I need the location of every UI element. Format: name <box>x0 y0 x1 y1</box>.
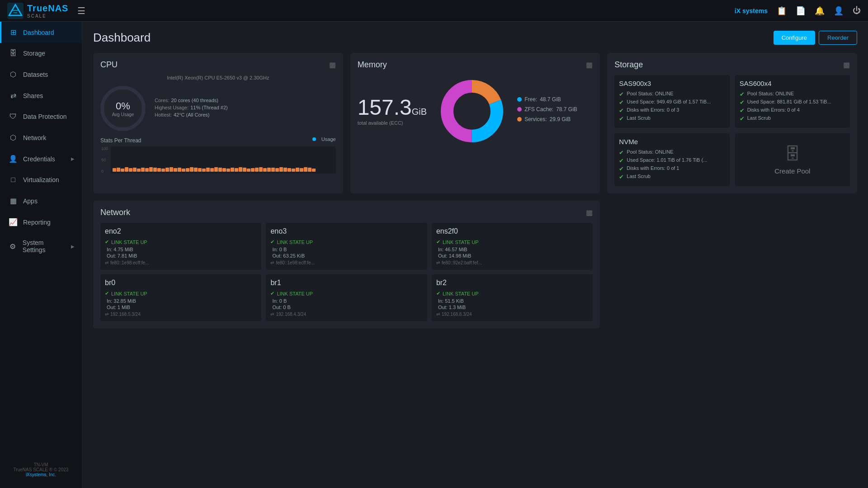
sidebar-label-virtualization: Virtualization <box>23 176 59 183</box>
sidebar-label-apps: Apps <box>23 197 38 205</box>
network-interface-item: br0 ✔ LINK STATE UP In: 32.85 MiB Out: 1… <box>100 274 261 321</box>
net-out: Out: 0 B <box>270 305 422 310</box>
network-interface-item: eno3 ✔ LINK STATE UP In: 0 B Out: 63.25 … <box>266 223 427 270</box>
page-header: Dashboard Configure Reorder <box>93 31 857 45</box>
sidebar-item-shares[interactable]: ⇄ Shares <box>0 85 82 106</box>
cpu-bar <box>271 168 275 172</box>
bell-icon[interactable]: 🔔 <box>815 6 825 16</box>
pool-nvme-scrub: ✔ Last Scrub <box>619 174 725 180</box>
reorder-button[interactable]: Reorder <box>819 31 857 45</box>
net-out: Out: 1 MiB <box>105 305 257 310</box>
sidebar-item-reporting[interactable]: 📈 Reporting <box>0 211 82 233</box>
memory-title: Memory <box>358 60 387 70</box>
sidebar-label-datasets: Datasets <box>23 71 48 78</box>
cpu-bar <box>182 169 185 172</box>
net-link-status: ✔ LINK STATE UP <box>105 239 257 245</box>
network-interface-item: br1 ✔ LINK STATE UP In: 0 B Out: 0 B ⇄ 1… <box>266 274 427 321</box>
power-icon[interactable]: ⏻ <box>853 6 861 15</box>
net-in: In: 51.5 KiB <box>436 298 588 304</box>
net-link-status: ✔ LINK STATE UP <box>105 291 257 296</box>
addr-icon: ⇄ <box>270 312 274 317</box>
cpu-chart-icon[interactable]: ▦ <box>329 61 336 69</box>
dashboard-grid: CPU ▦ Intel(R) Xeon(R) CPU E5-2650 v3 @ … <box>93 53 857 328</box>
cpu-cores-value: 20 cores (40 threads) <box>171 98 218 103</box>
scrub-ok-icon-2: ✔ <box>740 115 745 122</box>
sidebar-item-system-settings[interactable]: ⚙ System Settings ▶ <box>0 233 82 260</box>
cpu-bar <box>255 168 259 172</box>
net-iface-name: br1 <box>270 279 422 287</box>
network-chart-icon[interactable]: ▦ <box>586 208 593 217</box>
net-link-status: ✔ LINK STATE UP <box>436 239 588 245</box>
cpu-bar <box>300 168 303 172</box>
link-status-label: LINK STATE UP <box>111 291 147 296</box>
network-title: Network <box>100 208 130 217</box>
cpu-bar <box>210 168 214 172</box>
sidebar-item-virtualization[interactable]: □ Virtualization <box>0 169 82 190</box>
truenas-logo-icon <box>7 3 24 19</box>
zfs-color-dot <box>517 107 522 112</box>
link-status-label: LINK STATE UP <box>277 239 313 245</box>
cpu-bar <box>190 167 193 172</box>
pool-sas900x3-name: SAS900x3 <box>619 80 725 87</box>
network-card-header: Network ▦ <box>100 208 593 217</box>
sidebar-label-network: Network <box>23 134 46 141</box>
notes-icon[interactable]: 📄 <box>796 6 806 16</box>
memory-chart-icon[interactable]: ▦ <box>586 61 593 69</box>
pool-sas900x3-used: ✔ Used Space: 949.49 GiB of 1.57 TiB... <box>619 99 725 106</box>
errors-ok-icon-3: ✔ <box>619 165 624 172</box>
cpu-bar <box>141 168 145 172</box>
footer-company[interactable]: iXsystems, Inc. <box>26 472 56 477</box>
configure-button[interactable]: Configure <box>774 31 815 45</box>
cpu-bar <box>275 168 279 172</box>
cpu-bar <box>292 169 295 172</box>
net-link-status: ✔ LINK STATE UP <box>270 291 422 296</box>
main-content: Dashboard Configure Reorder CPU ▦ Intel(… <box>82 22 868 488</box>
cpu-bar <box>279 167 283 172</box>
cpu-card-header: CPU ▦ <box>100 60 336 70</box>
network-interface-item: ens2f0 ✔ LINK STATE UP In: 46.57 MiB Out… <box>432 223 593 270</box>
net-in: In: 4.75 MiB <box>105 247 257 252</box>
used-ok-icon-2: ✔ <box>740 99 745 106</box>
cpu-hottest-label: Hottest: <box>155 112 172 117</box>
status-ok-icon-3: ✔ <box>619 149 624 156</box>
cpu-bar <box>194 168 198 172</box>
zfs-label: ZFS Cache: <box>524 106 553 113</box>
network-card: Network ▦ eno2 ✔ LINK STATE UP In: 4.75 … <box>93 201 600 328</box>
free-value: 48.7 GiB <box>540 96 561 103</box>
cpu-bars <box>111 146 336 174</box>
memory-legend-zfs: ZFS Cache: 78.7 GiB <box>517 106 593 113</box>
clipboard-icon[interactable]: 📋 <box>777 6 787 16</box>
cpu-hottest-row: Hottest: 42°C (All Cores) <box>155 112 336 117</box>
create-pool-button[interactable]: 🗄 Create Pool <box>735 133 850 186</box>
credentials-icon: 👤 <box>9 155 18 163</box>
errors-ok-icon-2: ✔ <box>740 107 745 114</box>
account-icon[interactable]: 👤 <box>834 6 844 16</box>
shares-icon: ⇄ <box>9 91 18 100</box>
status-ok-icon: ✔ <box>619 91 624 98</box>
memory-value-block: 157.3 GiB total available (ECC) <box>358 97 427 126</box>
memory-content: 157.3 GiB total available (ECC) <box>358 75 593 147</box>
pool-sas900x3-errors: ✔ Disks with Errors: 0 of 3 <box>619 107 725 114</box>
cpu-bar <box>235 168 238 172</box>
sidebar-item-network[interactable]: ⬡ Network <box>0 127 82 148</box>
sidebar-item-apps[interactable]: ▦ Apps <box>0 190 82 211</box>
sidebar-item-storage[interactable]: 🗄 Storage <box>0 43 82 64</box>
apps-icon: ▦ <box>9 197 18 205</box>
cpu-subtitle: Intel(R) Xeon(R) CPU E5-2650 v3 @ 2.30GH… <box>100 75 336 80</box>
sidebar-item-dashboard[interactable]: ⊞ Dashboard <box>0 22 82 43</box>
memory-donut-chart <box>436 75 508 147</box>
pool-sas600x4-used: ✔ Used Space: 881.81 GiB of 1.53 TiB... <box>740 99 845 106</box>
cpu-bar <box>170 167 173 172</box>
used-ok-icon: ✔ <box>619 99 624 106</box>
storage-pools: SAS900x3 ✔ Pool Status: ONLINE ✔ Used Sp… <box>614 75 850 186</box>
link-up-icon: ✔ <box>270 239 274 245</box>
sidebar-item-data-protection[interactable]: 🛡 Data Protection <box>0 106 82 127</box>
net-link-status: ✔ LINK STATE UP <box>436 291 588 296</box>
storage-icon: 🗄 <box>9 49 18 57</box>
hamburger-button[interactable]: ☰ <box>77 5 85 16</box>
sidebar-item-credentials[interactable]: 👤 Credentials ▶ <box>0 148 82 169</box>
storage-chart-icon[interactable]: ▦ <box>843 61 850 69</box>
sidebar-item-datasets[interactable]: ⬡ Datasets <box>0 64 82 85</box>
topbar-left: TrueNAS SCALE ☰ <box>7 3 85 19</box>
cpu-bar <box>153 168 157 172</box>
